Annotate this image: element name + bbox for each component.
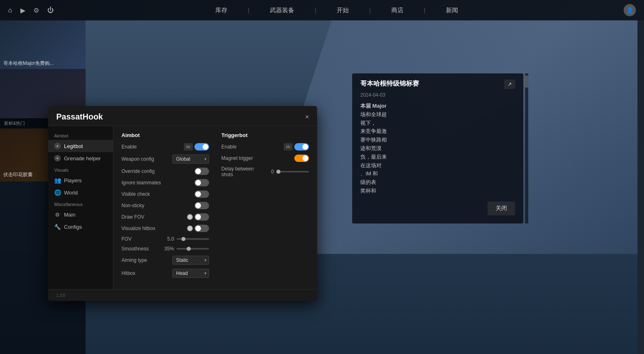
grenade-icon: ● bbox=[54, 155, 61, 162]
sidebar-thumb-1[interactable]: 哥本哈根Major免费购... bbox=[0, 20, 86, 69]
ph-draw-fov-toggle-wrap bbox=[187, 213, 209, 221]
nav-shop[interactable]: 商店 bbox=[387, 7, 408, 14]
ph-enable-toggle[interactable] bbox=[194, 143, 209, 150]
ph-draw-fov-label: Draw FOV bbox=[121, 214, 144, 220]
main-icon: ⚙ bbox=[54, 211, 61, 218]
topbar-right: 👤 bbox=[620, 4, 636, 16]
legitbot-icon: ● bbox=[54, 143, 61, 149]
ph-col-triggerbot: Triggerbot Enable kb Magnet trigger bbox=[221, 132, 309, 282]
ph-aiming-type-select[interactable]: Static Dynamic Flick bbox=[172, 256, 209, 265]
ph-nav-legitbot-label: Legitbot bbox=[64, 143, 83, 149]
ph-enable-toggle-wrap: kb bbox=[184, 143, 209, 150]
ph-delay-slider-wrap: 0 bbox=[262, 169, 309, 175]
ph-version: 1.0S bbox=[56, 293, 66, 298]
video-icon[interactable]: ▶ bbox=[20, 7, 25, 14]
ph-draw-fov-toggle[interactable] bbox=[194, 213, 209, 221]
ph-col-aimbot-title: Aimbot bbox=[121, 132, 209, 138]
ph-visible-check-label: Visible check bbox=[121, 191, 150, 197]
ph-close-button[interactable]: × bbox=[305, 113, 309, 121]
world-icon: 🌐 bbox=[54, 189, 61, 196]
home-icon[interactable]: ⌂ bbox=[8, 7, 12, 14]
ph-magnet-trigger-toggle[interactable] bbox=[294, 155, 309, 162]
ph-nav-players[interactable]: 👥 Players bbox=[48, 174, 113, 186]
topbar-icons: ⌂ ▶ ⚙ ⏻ bbox=[8, 7, 54, 14]
ph-row-override-config: Override config bbox=[121, 168, 209, 175]
topbar: ⌂ ▶ ⚙ ⏻ 库存 | 武器装备 | 开始 | 商店 | 新闻 👤 bbox=[0, 0, 644, 20]
ph-nav-world[interactable]: 🌐 World bbox=[48, 186, 113, 199]
ph-nav-main-label: Main bbox=[64, 212, 75, 218]
ph-override-config-toggle[interactable] bbox=[194, 168, 209, 175]
ph-smoothness-slider-wrap: 35% bbox=[162, 246, 209, 252]
ph-nav-players-label: Players bbox=[64, 177, 82, 184]
ph-col-aimbot: Aimbot Enable kb Weapon config bbox=[121, 132, 209, 282]
ph-non-sticky-label: Non-sticky bbox=[121, 203, 144, 208]
news-card-close-button[interactable]: 关闭 bbox=[487, 201, 515, 215]
ph-row-draw-fov: Draw FOV bbox=[121, 213, 209, 221]
ph-row-non-sticky: Non-sticky bbox=[121, 202, 209, 209]
ph-nav-grenade[interactable]: ● Grenade helper bbox=[48, 152, 113, 164]
ph-non-sticky-toggle[interactable] bbox=[194, 202, 209, 209]
draw-fov-circle-1[interactable] bbox=[187, 214, 193, 220]
ph-section-visuals: Visuals bbox=[48, 164, 113, 174]
main-content: 哥本哈根Major免费购... 新鲜&热门 伏击印花胶囊 ⋮ 哥本哈根特级锦标赛… bbox=[0, 20, 637, 354]
news-card-header: 哥本哈根特级锦标赛 ↗ bbox=[360, 80, 515, 89]
news-card: 哥本哈根特级锦标赛 ↗ 2024-04-03 本届 Major 场和全球超视下，… bbox=[352, 73, 523, 223]
sidebar-thumb-1-label: 哥本哈根Major免费购... bbox=[3, 60, 54, 67]
ph-ignore-teammates-toggle[interactable] bbox=[194, 179, 209, 186]
power-icon[interactable]: ⏻ bbox=[47, 7, 54, 14]
ph-fov-slider-wrap: 5.0 bbox=[162, 236, 209, 242]
nav-inventory[interactable]: 库存 bbox=[211, 7, 232, 14]
ph-nav-configs[interactable]: 🔧 Configs bbox=[48, 221, 113, 233]
ph-delay-value: 0 bbox=[262, 169, 274, 175]
news-card-footer: 关闭 bbox=[360, 201, 515, 215]
ph-smoothness-value: 35% bbox=[162, 246, 174, 252]
avatar[interactable]: 👤 bbox=[624, 4, 636, 16]
ph-col-triggerbot-title: Triggerbot bbox=[221, 132, 309, 138]
ph-row-smoothness: Smoothness 35% bbox=[121, 246, 209, 252]
topbar-nav: 库存 | 武器装备 | 开始 | 商店 | 新闻 bbox=[54, 7, 620, 14]
sidebar-bottom-label: 伏击印花胶囊 bbox=[3, 171, 33, 178]
ph-trigger-enable-toggle-wrap: kb bbox=[284, 143, 309, 150]
ph-row-fov: FOV 5.0 bbox=[121, 236, 209, 242]
enable-kb-icon: kb bbox=[184, 143, 193, 150]
ph-main: Aimbot Enable kb Weapon config bbox=[113, 126, 317, 289]
visualize-hitbox-circle-1[interactable] bbox=[187, 226, 193, 231]
ph-row-visible-check: Visible check bbox=[121, 190, 209, 198]
ph-row-magnet-trigger: Magnet trigger bbox=[221, 155, 309, 162]
ph-weapon-config-select-wrap: Global Pistol Rifle Sniper bbox=[172, 155, 209, 164]
ph-section-misc: Miscellaneous bbox=[48, 199, 113, 208]
right-panel bbox=[637, 20, 644, 354]
ph-delay-slider[interactable] bbox=[276, 171, 309, 173]
nav-start[interactable]: 开始 bbox=[333, 7, 353, 14]
ph-ignore-teammates-label: Ignore teammates bbox=[121, 180, 161, 186]
ph-row-hitbox: Hitbox Head Body Legs bbox=[121, 269, 209, 278]
ph-nav-main[interactable]: ⚙ Main bbox=[48, 208, 113, 221]
ph-visualize-hitbox-toggle-wrap bbox=[187, 225, 209, 232]
news-card-external-btn[interactable]: ↗ bbox=[504, 80, 515, 89]
ph-trigger-enable-label: Enable bbox=[221, 144, 236, 150]
nav-news[interactable]: 新闻 bbox=[442, 7, 462, 14]
ph-hitbox-label: Hitbox bbox=[121, 270, 135, 276]
news-card-date: 2024-04-03 bbox=[360, 92, 515, 98]
ph-hitbox-select[interactable]: Head Body Legs bbox=[172, 269, 209, 278]
ph-columns: Aimbot Enable kb Weapon config bbox=[121, 132, 309, 282]
ph-footer: 1.0S bbox=[48, 289, 317, 301]
ph-trigger-enable-toggle[interactable] bbox=[294, 143, 309, 150]
ph-visualize-hitbox-toggle[interactable] bbox=[194, 225, 209, 232]
settings-icon[interactable]: ⚙ bbox=[33, 7, 39, 14]
ph-magnet-trigger-label: Magnet trigger bbox=[221, 155, 253, 161]
ph-weapon-config-select[interactable]: Global Pistol Rifle Sniper bbox=[172, 155, 209, 164]
ph-nav-legitbot[interactable]: ● Legitbot bbox=[48, 140, 113, 152]
ph-row-weapon-config: Weapon config Global Pistol Rifle Sniper bbox=[121, 155, 209, 164]
configs-icon: 🔧 bbox=[54, 223, 61, 230]
ph-visible-check-toggle[interactable] bbox=[194, 190, 209, 198]
nav-weapons[interactable]: 武器装备 bbox=[266, 7, 298, 14]
ph-row-aiming-type: Aiming type Static Dynamic Flick bbox=[121, 256, 209, 265]
ph-hitbox-select-wrap: Head Body Legs bbox=[172, 269, 209, 278]
ph-nav-configs-label: Configs bbox=[64, 224, 82, 230]
scroll-indicator[interactable] bbox=[525, 73, 528, 223]
ph-fov-slider[interactable] bbox=[176, 238, 209, 240]
ph-smoothness-slider[interactable] bbox=[176, 248, 209, 250]
ph-row-ignore-teammates: Ignore teammates bbox=[121, 179, 209, 186]
ph-row-enable: Enable kb bbox=[121, 143, 209, 150]
